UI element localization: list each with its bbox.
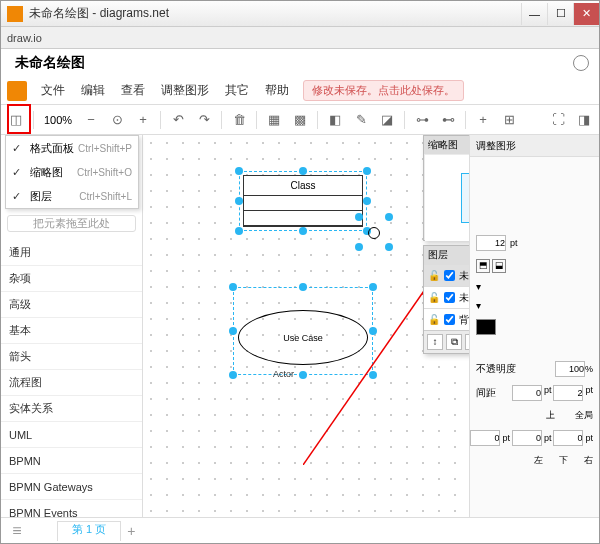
category-arrows[interactable]: 箭头 bbox=[1, 344, 142, 370]
format-tab[interactable]: 调整图形 bbox=[470, 135, 599, 157]
check-icon: ✓ bbox=[12, 166, 24, 179]
chevron-down-icon[interactable]: ▾ bbox=[476, 281, 481, 292]
maximize-button[interactable]: ☐ bbox=[547, 3, 573, 25]
menu-edit[interactable]: 编辑 bbox=[73, 82, 113, 99]
canvas[interactable]: Class Use Case Actor bbox=[143, 135, 469, 517]
category-bpmn-gateways[interactable]: BPMN Gateways bbox=[1, 474, 142, 500]
layer-name[interactable]: 未命名图层 bbox=[459, 291, 469, 305]
zoom-level[interactable]: 100% bbox=[40, 114, 76, 126]
lock-icon[interactable]: 🔓 bbox=[428, 292, 440, 303]
category-bpmn[interactable]: BPMN bbox=[1, 448, 142, 474]
menu-view[interactable]: 查看 bbox=[113, 82, 153, 99]
layer-visible-checkbox[interactable] bbox=[444, 314, 455, 325]
move-layer-icon[interactable]: ↕ bbox=[427, 334, 443, 350]
spacing-input[interactable] bbox=[553, 385, 583, 401]
outline-title: 缩略图 bbox=[428, 138, 458, 152]
zoom-in-icon[interactable]: + bbox=[132, 109, 154, 131]
zoom-fit-icon[interactable]: ⊙ bbox=[106, 109, 128, 131]
fullscreen-icon[interactable]: ⛶ bbox=[547, 109, 569, 131]
address-bar[interactable]: draw.io bbox=[1, 27, 599, 49]
menu-help[interactable]: 帮助 bbox=[257, 82, 297, 99]
zoom-out-icon[interactable]: − bbox=[80, 109, 102, 131]
selection-handles[interactable] bbox=[359, 217, 389, 247]
pages-menu-icon[interactable]: ≡ bbox=[7, 522, 27, 540]
layer-row[interactable]: 🔓 未命名图层 ▾ bbox=[424, 264, 469, 286]
selection-handles[interactable] bbox=[239, 171, 367, 231]
titlebar: 未命名绘图 - diagrams.net — ☐ ✕ bbox=[1, 1, 599, 27]
duplicate-layer-icon[interactable]: ⧉ bbox=[446, 334, 462, 350]
menubar: 文件 编辑 查看 调整图形 其它 帮助 修改未保存。点击此处保存。 bbox=[1, 77, 599, 105]
check-icon: ✓ bbox=[12, 142, 24, 155]
sidebar-toggle-icon[interactable]: ◫ bbox=[5, 109, 27, 131]
view-menu-outline[interactable]: ✓ 缩略图 Ctrl+Shift+O bbox=[6, 160, 138, 184]
layer-row[interactable]: 🔓 背景 ▴ bbox=[424, 308, 469, 330]
category-advanced[interactable]: 高级 bbox=[1, 292, 142, 318]
align-top-icon[interactable]: ⬒ bbox=[476, 259, 490, 273]
lock-icon[interactable]: 🔓 bbox=[428, 314, 440, 325]
view-menu-format-panel[interactable]: ✓ 格式面板 Ctrl+Shift+P bbox=[6, 136, 138, 160]
view-menu-layers[interactable]: ✓ 图层 Ctrl+Shift+L bbox=[6, 184, 138, 208]
sidebar: ✓ 格式面板 Ctrl+Shift+P ✓ 缩略图 Ctrl+Shift+O ✓… bbox=[1, 135, 143, 517]
layer-visible-checkbox[interactable] bbox=[444, 292, 455, 303]
footer: ≡ 第 1 页 + bbox=[1, 517, 599, 543]
document-title[interactable]: 未命名绘图 bbox=[15, 54, 573, 72]
category-er[interactable]: 实体关系 bbox=[1, 396, 142, 422]
delete-layer-icon[interactable]: 🗑 bbox=[465, 334, 469, 350]
format-panel: 调整图形 pt ⬒ ⬓ ▾ ▾ 不透明度 % 间距 pt pt bbox=[469, 135, 599, 517]
connection-icon[interactable]: ⊶ bbox=[411, 109, 433, 131]
category-bpmn-events[interactable]: BPMN Events bbox=[1, 500, 142, 517]
close-button[interactable]: ✕ bbox=[573, 3, 599, 25]
spacing-input[interactable] bbox=[512, 385, 542, 401]
layer-name[interactable]: 未命名图层 bbox=[459, 269, 469, 283]
category-general[interactable]: 通用 bbox=[1, 240, 142, 266]
chevron-down-icon[interactable]: ▾ bbox=[476, 300, 481, 311]
shadow-icon[interactable]: ◪ bbox=[376, 109, 398, 131]
to-front-icon[interactable]: ▦ bbox=[263, 109, 285, 131]
outline-panel[interactable]: 缩略图 –× bbox=[423, 135, 469, 241]
menu-arrange[interactable]: 调整图形 bbox=[153, 82, 217, 99]
layer-toolbar: ↕ ⧉ 🗑 ✎ + bbox=[424, 330, 469, 353]
size-input[interactable] bbox=[476, 235, 506, 251]
fill-color-icon[interactable]: ◧ bbox=[324, 109, 346, 131]
category-misc[interactable]: 杂项 bbox=[1, 266, 142, 292]
menu-file[interactable]: 文件 bbox=[33, 82, 73, 99]
opacity-input[interactable] bbox=[555, 361, 585, 377]
undo-icon[interactable]: ↶ bbox=[167, 109, 189, 131]
outline-viewport[interactable] bbox=[425, 155, 469, 241]
category-uml[interactable]: UML bbox=[1, 422, 142, 448]
color-swatch[interactable] bbox=[476, 319, 496, 335]
category-flowchart[interactable]: 流程图 bbox=[1, 370, 142, 396]
add-page-button[interactable]: + bbox=[121, 521, 141, 541]
lock-icon[interactable]: 🔓 bbox=[428, 270, 440, 281]
category-basic[interactable]: 基本 bbox=[1, 318, 142, 344]
delete-icon[interactable]: 🗑 bbox=[228, 109, 250, 131]
menu-extras[interactable]: 其它 bbox=[217, 82, 257, 99]
to-back-icon[interactable]: ▩ bbox=[289, 109, 311, 131]
waypoints-icon[interactable]: ⊷ bbox=[437, 109, 459, 131]
layer-visible-checkbox[interactable] bbox=[444, 270, 455, 281]
layer-name[interactable]: 背景 bbox=[459, 313, 469, 327]
layer-row[interactable]: 🔓 未命名图层 ▴ bbox=[424, 286, 469, 308]
redo-icon[interactable]: ↷ bbox=[193, 109, 215, 131]
window-title: 未命名绘图 - diagrams.net bbox=[29, 5, 521, 22]
app-icon bbox=[7, 6, 23, 22]
shape-categories: 通用 杂项 高级 基本 箭头 流程图 实体关系 UML BPMN BPMN Ga… bbox=[1, 240, 142, 517]
language-icon[interactable] bbox=[573, 55, 589, 71]
insert-icon[interactable]: + bbox=[472, 109, 494, 131]
page-tab[interactable]: 第 1 页 bbox=[57, 521, 121, 541]
spacing-input[interactable] bbox=[470, 430, 500, 446]
selection-handles[interactable] bbox=[233, 287, 373, 375]
app-logo-icon[interactable] bbox=[7, 81, 27, 101]
align-bottom-icon[interactable]: ⬓ bbox=[492, 259, 506, 273]
line-color-icon[interactable]: ✎ bbox=[350, 109, 372, 131]
format-toggle-icon[interactable]: ◨ bbox=[573, 109, 595, 131]
scratchpad-drop[interactable]: 把元素拖至此处 bbox=[7, 215, 136, 232]
table-icon[interactable]: ⊞ bbox=[498, 109, 520, 131]
spacing-input[interactable] bbox=[512, 430, 542, 446]
outline-rect[interactable] bbox=[461, 173, 469, 223]
layers-panel[interactable]: 图层 –× 🔓 未命名图层 ▾ 🔓 未命名图层 ▴ 🔓 bbox=[423, 245, 469, 354]
spacing-input[interactable] bbox=[553, 430, 583, 446]
spacing-label: 间距 bbox=[476, 386, 496, 400]
minimize-button[interactable]: — bbox=[521, 3, 547, 25]
save-notice[interactable]: 修改未保存。点击此处保存。 bbox=[303, 80, 464, 101]
